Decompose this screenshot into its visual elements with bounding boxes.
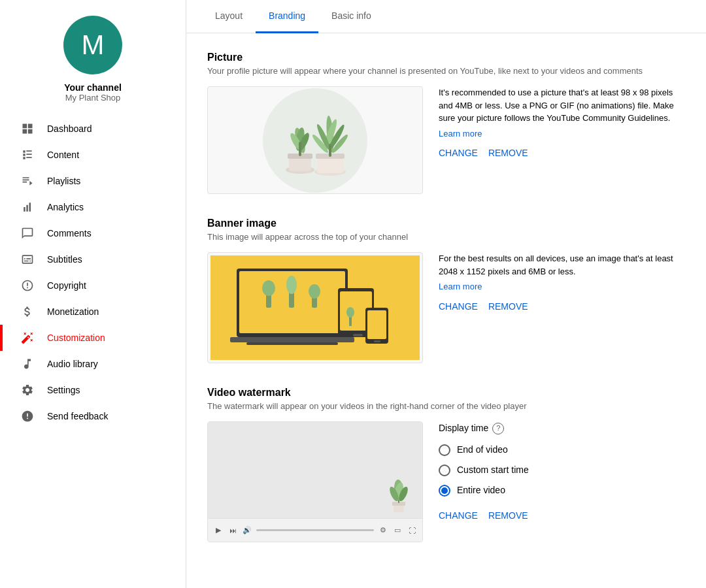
video-controls: ▶ ⏭ 🔊 ⚙ ▭ ⛶: [208, 518, 422, 542]
subtitles-icon: [18, 253, 37, 266]
picture-remove-button[interactable]: REMOVE: [488, 148, 528, 158]
settings-label: Settings: [47, 385, 80, 395]
list-icon: [18, 174, 37, 188]
picture-body: It's recommended to use a picture that's…: [207, 86, 685, 194]
banner-devices-svg: [210, 255, 420, 360]
customization-label: Customization: [47, 333, 105, 343]
svg-rect-34: [374, 340, 380, 342]
miniplayer-icon[interactable]: ▭: [392, 525, 403, 536]
svg-rect-28: [246, 342, 338, 345]
bar-chart-icon: [18, 201, 37, 214]
banner-learn-more[interactable]: Learn more: [439, 282, 482, 291]
gear-icon: [18, 384, 37, 397]
picture-subtitle: Your profile picture will appear where y…: [207, 66, 685, 76]
banner-change-button[interactable]: CHANGE: [439, 301, 478, 312]
display-time-help-icon[interactable]: ?: [492, 423, 504, 434]
dollar-icon: [18, 305, 37, 318]
banner-section: Banner image This image will appear acro…: [207, 218, 685, 363]
copyright-label: Copyright: [47, 280, 86, 291]
svg-rect-33: [367, 310, 386, 339]
radio-end-circle: [439, 444, 450, 456]
banner-info: For the best results on all devices, use…: [439, 252, 685, 312]
svg-point-24: [286, 276, 297, 294]
copyright-icon: [18, 279, 37, 292]
sidebar: M Your channel My Plant Shop Dashboard C…: [0, 0, 186, 588]
playlists-label: Playlists: [47, 176, 80, 186]
radio-end-of-video[interactable]: End of video: [439, 443, 685, 457]
radio-entire-circle: [439, 485, 450, 497]
banner-remove-button[interactable]: REMOVE: [488, 301, 528, 312]
comments-label: Comments: [47, 228, 92, 238]
banner-subtitle: This image will appear across the top of…: [207, 232, 685, 242]
skip-next-icon[interactable]: ⏭: [227, 525, 238, 536]
sidebar-item-dashboard[interactable]: Dashboard: [0, 116, 186, 142]
banner-info-text: For the best results on all devices, use…: [439, 252, 685, 278]
audio-library-label: Audio library: [47, 359, 98, 369]
entire-video-label: Entire video: [457, 483, 505, 497]
channel-name: My Plant Shop: [65, 93, 121, 103]
radio-dot: [441, 487, 448, 494]
profile-plant-svg: [266, 95, 364, 186]
analytics-label: Analytics: [47, 202, 84, 212]
sidebar-item-settings[interactable]: Settings: [0, 377, 186, 403]
display-time-options: End of video Custom start time Entire vi…: [439, 443, 685, 497]
sidebar-item-subtitles[interactable]: Subtitles: [0, 246, 186, 272]
video-content-area: [208, 422, 422, 518]
nav-list: Dashboard Content Playlists Analytics Co…: [0, 116, 186, 429]
picture-image-container: [207, 86, 423, 194]
banner-image-container: [207, 252, 423, 363]
svg-point-22: [262, 280, 275, 296]
play-ctrl-icon[interactable]: ▶: [213, 525, 224, 536]
grid-icon: [18, 122, 37, 135]
settings-ctrl-icon[interactable]: ⚙: [378, 525, 388, 536]
sidebar-item-send-feedback[interactable]: Send feedback: [0, 403, 186, 429]
watermark-body: ▶ ⏭ 🔊 ⚙ ▭ ⛶ Display time ?: [207, 421, 685, 542]
sidebar-item-analytics[interactable]: Analytics: [0, 194, 186, 220]
sidebar-item-comments[interactable]: Comments: [0, 220, 186, 246]
sidebar-item-content[interactable]: Content: [0, 142, 186, 168]
radio-entire-video[interactable]: Entire video: [439, 483, 685, 497]
watermark-change-button[interactable]: CHANGE: [439, 510, 478, 521]
picture-title: Picture: [207, 52, 685, 63]
sidebar-item-playlists[interactable]: Playlists: [0, 168, 186, 194]
watermark-section: Video watermark The watermark will appea…: [207, 387, 685, 542]
play-icon: [18, 148, 37, 161]
svg-rect-7: [299, 142, 301, 156]
channel-label: Your channel: [64, 82, 122, 93]
tabs-bar: Layout Branding Basic info: [186, 0, 706, 33]
end-of-video-label: End of video: [457, 443, 508, 457]
volume-icon[interactable]: 🔊: [242, 525, 252, 536]
picture-section: Picture Your profile picture will appear…: [207, 52, 685, 194]
watermark-remove-button[interactable]: REMOVE: [488, 510, 528, 521]
fullscreen-icon[interactable]: ⛶: [407, 525, 417, 536]
watermark-info: Display time ? End of video Custom start…: [439, 421, 685, 521]
progress-bar[interactable]: [256, 529, 374, 531]
banner-body: For the best results on all devices, use…: [207, 252, 685, 363]
audio-icon: [18, 357, 37, 370]
picture-learn-more[interactable]: Learn more: [439, 129, 482, 139]
picture-info: It's recommended to use a picture that's…: [439, 86, 685, 158]
sidebar-item-copyright[interactable]: Copyright: [0, 272, 186, 299]
sidebar-item-monetization[interactable]: Monetization: [0, 299, 186, 325]
sidebar-item-customization[interactable]: Customization: [0, 325, 186, 351]
tab-branding[interactable]: Branding: [256, 0, 318, 33]
picture-change-button[interactable]: CHANGE: [439, 148, 478, 158]
sidebar-item-audio-library[interactable]: Audio library: [0, 351, 186, 377]
picture-info-text: It's recommended to use a picture that's…: [439, 86, 685, 125]
watermark-title: Video watermark: [207, 387, 685, 399]
watermark-plant-svg: [379, 480, 418, 515]
main-area: Layout Branding Basic info Picture Your …: [186, 0, 706, 588]
watermark-subtitle: The watermark will appear on your videos…: [207, 401, 685, 411]
tab-basic-info[interactable]: Basic info: [318, 0, 384, 33]
comment-icon: [18, 227, 37, 240]
banner-actions: CHANGE REMOVE: [439, 301, 685, 312]
svg-point-26: [309, 284, 320, 299]
svg-rect-1: [289, 157, 311, 171]
dashboard-label: Dashboard: [47, 123, 92, 134]
display-time-label: Display time ?: [439, 421, 685, 435]
radio-custom-start[interactable]: Custom start time: [439, 463, 685, 477]
tab-layout[interactable]: Layout: [202, 0, 256, 33]
send-feedback-label: Send feedback: [47, 411, 108, 421]
svg-point-36: [346, 307, 354, 318]
banner-title: Banner image: [207, 218, 685, 229]
